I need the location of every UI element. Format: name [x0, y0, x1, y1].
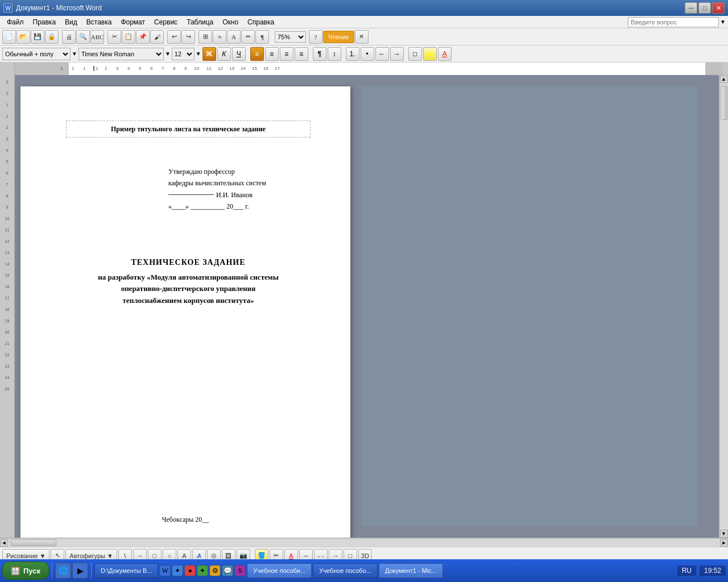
- italic-button[interactable]: К: [217, 47, 231, 61]
- style-dropdown-arrow[interactable]: ▼: [72, 51, 77, 57]
- copy-button[interactable]: 📋: [122, 30, 135, 44]
- menu-insert[interactable]: Вставка: [82, 17, 117, 27]
- help-button[interactable]: ?: [309, 30, 322, 44]
- help-input[interactable]: [628, 17, 719, 27]
- permission-button[interactable]: 🔒: [45, 30, 59, 44]
- toolbar1: 📄 📂 💾 🔒 🖨 🔍 ABC ✂ 📋 📌 🖌 ↩ ↪ ⊞ ≡ A ✏ ¶ 75…: [0, 28, 728, 45]
- maximize-button[interactable]: □: [698, 2, 711, 14]
- highlight-button[interactable]: ab: [423, 47, 437, 61]
- taskbar-extra-icon[interactable]: ✦: [172, 565, 183, 576]
- close-button[interactable]: ✕: [712, 2, 725, 14]
- horizontal-ruler: 3 2 1 1 2 3 4 5 6 7 8 9 10 11 12 13 14 1…: [15, 63, 722, 75]
- help-arrow[interactable]: ▼: [720, 19, 726, 25]
- underline-button[interactable]: Ч: [232, 47, 246, 61]
- menu-window[interactable]: Окно: [218, 17, 243, 27]
- ruler-container: 3 2 1 1 2 3 4 5 6 7 8 9 10 11 12 13 14 1…: [0, 63, 728, 75]
- line-spacing-button[interactable]: ↕: [328, 47, 341, 61]
- preview-button[interactable]: 🔍: [76, 30, 90, 44]
- taskbar-purple-icon[interactable]: S: [234, 565, 246, 576]
- help-box: ▼: [628, 17, 726, 27]
- drawing-button[interactable]: ✏: [241, 30, 255, 44]
- open-button[interactable]: 📂: [16, 30, 30, 44]
- menu-tools[interactable]: Сервис: [150, 17, 182, 27]
- taskbar-ie-icon[interactable]: 🌐: [55, 563, 71, 579]
- titlebar-left: W Документ1 - Microsoft Word: [3, 3, 102, 13]
- word-art-button[interactable]: A: [227, 30, 241, 44]
- scroll-right-button[interactable]: ►: [720, 539, 728, 547]
- align-center-button[interactable]: ≡: [265, 47, 279, 61]
- h-scroll-track: [8, 539, 720, 547]
- app-icon: W: [3, 3, 13, 13]
- bold-button[interactable]: Ж: [202, 47, 216, 61]
- undo-button[interactable]: ↩: [167, 30, 181, 44]
- start-button[interactable]: 🪟 Пуск: [2, 562, 49, 580]
- taskbar-red-icon[interactable]: ●: [184, 565, 196, 576]
- vertical-ruler: 3 2 1 1 2 3 4 5 6 7 8 9 10 11 12 13 14 1…: [0, 75, 15, 538]
- approve-date: «____» __________ 20___ г.: [168, 201, 311, 212]
- cut-button[interactable]: ✂: [107, 30, 121, 44]
- scroll-up-button[interactable]: ▲: [720, 75, 728, 83]
- columns-button[interactable]: ≡: [213, 30, 226, 44]
- zoom-select[interactable]: 75% 100% 150%: [275, 31, 306, 43]
- start-label: Пуск: [23, 567, 40, 575]
- titlebar: W Документ1 - Microsoft Word ─ □ ✕: [0, 0, 728, 16]
- numbering-button[interactable]: 1.: [346, 47, 359, 61]
- font-color-button[interactable]: A: [438, 47, 452, 61]
- style-select[interactable]: Обычный + полу: [2, 48, 71, 60]
- new-button[interactable]: 📄: [2, 30, 16, 44]
- page-header-box: Пример титульного листа на техническое з…: [66, 120, 311, 138]
- redo-button[interactable]: ↪: [181, 30, 195, 44]
- taskbar-app-word[interactable]: Документ1 - Mic...: [379, 563, 443, 578]
- menu-edit[interactable]: Правка: [28, 17, 61, 27]
- borders-button[interactable]: □: [408, 47, 422, 61]
- approve-underline: [168, 194, 214, 195]
- spellcheck-button[interactable]: ABC: [90, 30, 104, 44]
- decrease-indent-button[interactable]: ←: [375, 47, 389, 61]
- reading-mode-button[interactable]: Чтение: [323, 31, 354, 43]
- taskbar-blue-icon[interactable]: 💬: [222, 565, 233, 576]
- size-dropdown-arrow[interactable]: ▼: [196, 51, 201, 57]
- minimize-button[interactable]: ─: [685, 2, 697, 14]
- show-formatting[interactable]: ¶: [255, 30, 269, 44]
- city-text: Чебоксары 20__: [162, 516, 209, 523]
- align-left-button[interactable]: ≡: [250, 47, 264, 61]
- taskbar-app-textbook2[interactable]: Учебное пособо...: [313, 563, 378, 578]
- start-icon: 🪟: [11, 567, 20, 575]
- print-button[interactable]: 🖨: [62, 30, 76, 44]
- taskbar-word-icon[interactable]: W: [159, 565, 171, 576]
- taskbar-green-icon[interactable]: ✦: [197, 565, 208, 576]
- menu-table[interactable]: Таблица: [182, 17, 218, 27]
- menu-help[interactable]: Справка: [243, 17, 279, 27]
- subtitle1: на разработку «Модуля автоматизированной…: [66, 272, 311, 284]
- taskbar-yellow-icon[interactable]: ⚙: [209, 565, 221, 576]
- taskbar-app-docs[interactable]: D:\Документы В...: [94, 563, 158, 578]
- page-header-text: Пример титульного листа на техническое з…: [111, 125, 266, 133]
- language-indicator[interactable]: RU: [677, 566, 696, 576]
- taskbar-media-icon[interactable]: ▶: [72, 563, 88, 579]
- save-button[interactable]: 💾: [31, 30, 44, 44]
- menu-format[interactable]: Формат: [116, 17, 150, 27]
- menu-view[interactable]: Вид: [60, 17, 82, 27]
- table-button[interactable]: ⊞: [198, 30, 212, 44]
- scroll-thumb[interactable]: [721, 86, 727, 120]
- align-right-button[interactable]: ≡: [280, 47, 293, 61]
- document-page[interactable]: Пример титульного листа на техническое з…: [20, 86, 350, 538]
- align-justify-button[interactable]: ≡: [295, 47, 308, 61]
- horizontal-scrollbar: ◄ ►: [0, 538, 728, 547]
- bullets-button[interactable]: •: [361, 47, 374, 61]
- scroll-left-button[interactable]: ◄: [0, 539, 8, 547]
- approve-line2: кафедры вычислительных систем: [168, 177, 311, 189]
- menu-file[interactable]: Файл: [2, 17, 28, 27]
- show-para-button[interactable]: ¶: [313, 47, 326, 61]
- taskbar-app-textbook1[interactable]: Учебное пособи...: [247, 563, 312, 578]
- close-view-button[interactable]: ✕: [355, 30, 369, 44]
- font-dropdown-arrow[interactable]: ▼: [165, 51, 171, 57]
- font-select[interactable]: Times New Roman: [78, 48, 164, 60]
- format-painter[interactable]: 🖌: [150, 30, 164, 44]
- scroll-down-button[interactable]: ▼: [720, 530, 728, 538]
- ruler-right-margin: [722, 63, 728, 75]
- increase-indent-button[interactable]: →: [390, 47, 404, 61]
- size-select[interactable]: 12 10 14: [172, 48, 195, 60]
- h-scroll-thumb[interactable]: [11, 539, 56, 546]
- paste-button[interactable]: 📌: [136, 30, 150, 44]
